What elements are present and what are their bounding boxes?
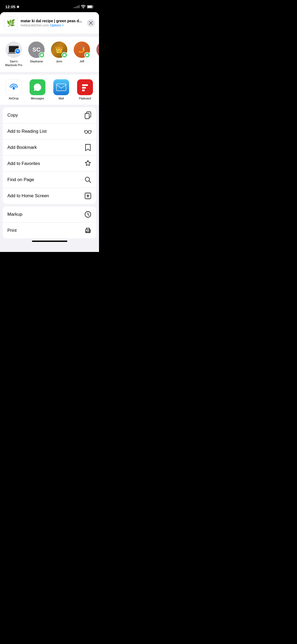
message-badge-stephanie (39, 52, 45, 58)
plus-square-icon (84, 192, 92, 200)
glasses-icon (84, 128, 92, 135)
svg-point-9 (85, 130, 88, 133)
action-home-screen[interactable]: Add to Home Screen (3, 188, 96, 204)
flipboard-icon (77, 79, 93, 95)
macbook-avatar (6, 42, 22, 58)
share-options-link[interactable]: Options > (50, 24, 64, 27)
svg-rect-2 (88, 6, 92, 8)
favicon: 🌿 (4, 16, 17, 30)
svg-point-10 (88, 130, 91, 133)
message-badge-jenn (62, 52, 67, 58)
action-copy-label: Copy (7, 113, 18, 118)
mail-icon (53, 79, 69, 95)
share-title: matar ki dal recipe | green peas d... (21, 19, 84, 23)
person-name-jeff: Jeff (79, 59, 84, 63)
home-indicator (0, 238, 99, 243)
share-url-row: hebbarskitchen.com Options > (21, 24, 84, 27)
action-markup[interactable]: Markup (3, 206, 96, 223)
action-bookmark[interactable]: Add Bookmark (3, 140, 96, 156)
markup-icon (84, 211, 92, 218)
action-list-2: Markup Print (3, 206, 96, 238)
svg-point-16 (89, 230, 90, 231)
copy-icon (84, 112, 92, 119)
search-icon (84, 176, 92, 183)
person-name-stephanie: Stephanie (30, 59, 43, 63)
share-header: 🌿 matar ki dal recipe | green peas d... … (0, 12, 99, 34)
battery-icon (87, 5, 94, 8)
app-messages[interactable]: Messages (28, 79, 47, 100)
svg-rect-8 (85, 113, 89, 119)
share-url: hebbarskitchen.com (21, 24, 49, 27)
person-stephanie[interactable]: SC Stephanie (27, 42, 46, 67)
svg-point-3 (17, 51, 18, 52)
svg-rect-5 (56, 84, 66, 91)
person-jeff[interactable]: 🤳 Jeff (72, 42, 91, 67)
person-v[interactable]: 😊 V... (95, 42, 99, 67)
location-icon (16, 5, 20, 8)
action-copy[interactable]: Copy (3, 107, 96, 123)
close-button[interactable] (87, 19, 95, 27)
status-time: 12:05 (5, 4, 20, 9)
app-label-airdrop: AirDrop (9, 97, 18, 100)
action-reading-list[interactable]: Add to Reading List (3, 123, 96, 140)
person-name-jenn: Jenn (56, 59, 62, 63)
v-avatar: 😊 (96, 42, 99, 58)
messages-icon (30, 79, 45, 95)
action-reading-list-label: Add to Reading List (7, 129, 46, 134)
action-bookmark-label: Add Bookmark (7, 145, 37, 150)
svg-rect-1 (93, 6, 93, 7)
person-name-macbook: Sam'sMacbook Pro (5, 59, 22, 67)
action-home-screen-label: Add to Home Screen (7, 193, 49, 199)
airdrop-icon (6, 79, 22, 95)
status-bar: 12:05 (0, 0, 99, 12)
apps-row: AirDrop Messages Mail (0, 75, 99, 105)
share-sheet: 🌿 matar ki dal recipe | green peas d... … (0, 12, 99, 252)
action-find-on-page-label: Find on Page (7, 177, 34, 182)
app-airdrop[interactable]: AirDrop (4, 79, 23, 100)
action-markup-label: Markup (7, 212, 22, 217)
wifi-icon (81, 5, 86, 8)
print-icon (84, 227, 92, 234)
app-label-messages: Messages (31, 97, 44, 100)
app-label-flipboard: Flipboard (79, 97, 91, 100)
svg-rect-15 (86, 231, 89, 232)
status-icons (74, 5, 94, 8)
bookmark-icon (84, 144, 92, 151)
app-flipboard[interactable]: Flipboard (76, 79, 95, 100)
app-mail[interactable]: Mail (52, 79, 71, 100)
star-icon (84, 160, 92, 167)
action-favorites[interactable]: Add to Favorites (3, 156, 96, 172)
share-header-text: matar ki dal recipe | green peas d... he… (21, 19, 84, 27)
action-list-1: Copy Add to Reading List (3, 107, 96, 204)
people-row: Sam'sMacbook Pro SC Stephanie 👑 (0, 37, 99, 72)
home-indicator-bar (32, 241, 67, 242)
person-sams-macbook[interactable]: Sam'sMacbook Pro (4, 42, 23, 67)
action-print-label: Print (7, 228, 17, 233)
signal-icon (74, 5, 79, 8)
airdrop-badge (15, 48, 21, 54)
person-jenn[interactable]: 👑 Jenn (50, 42, 69, 67)
action-print[interactable]: Print (3, 223, 96, 238)
action-find-on-page[interactable]: Find on Page (3, 172, 96, 188)
app-label-mail: Mail (59, 97, 64, 100)
message-badge-jeff (84, 52, 90, 58)
action-favorites-label: Add to Favorites (7, 161, 40, 166)
